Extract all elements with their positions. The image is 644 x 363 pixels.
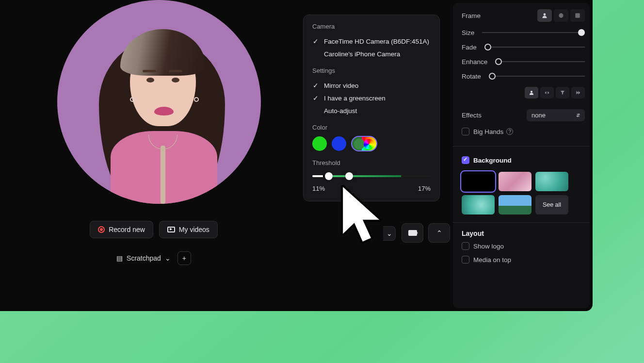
camera-preview	[57, 0, 261, 204]
threshold-low-value: 11%	[312, 185, 325, 192]
big-hands-toggle[interactable]: Big Hands ?	[462, 125, 585, 138]
frame-shape-person[interactable]	[537, 9, 552, 22]
threshold-label: Threshold	[312, 159, 431, 166]
setting-label: I have a greenscreen	[324, 95, 386, 102]
setting-label: Mirror video	[324, 82, 358, 89]
size-label: Size	[462, 29, 474, 36]
enhance-label: Enhance	[462, 58, 487, 66]
dropdown-caret-button[interactable]: ⌄	[383, 226, 396, 241]
camera-options-button[interactable]: ⌃	[428, 223, 450, 243]
fade-slider[interactable]	[484, 43, 585, 51]
forward-button[interactable]	[571, 87, 585, 99]
app-window: Camera ✓ FaceTime HD Camera (B6DF:451A) …	[0, 0, 593, 311]
effects-select[interactable]: none ⇵	[527, 109, 585, 121]
see-all-label: See all	[543, 201, 561, 208]
camera-option-label: Caroline's iPhone Camera	[324, 50, 400, 58]
threshold-slider[interactable]	[312, 171, 431, 181]
background-option-teal[interactable]	[535, 172, 568, 191]
flip-person-button[interactable]	[525, 87, 538, 99]
background-option-sea[interactable]	[499, 195, 531, 214]
slider-thumb-high[interactable]	[345, 172, 353, 180]
fade-label: Fade	[462, 44, 477, 51]
add-tab-button[interactable]: +	[177, 251, 191, 265]
settings-header: Settings	[312, 67, 431, 74]
rotate-label: Rotate	[462, 73, 481, 80]
setting-greenscreen[interactable]: ✓ I have a greenscreen	[312, 92, 431, 104]
setting-label: Auto-adjust	[324, 107, 357, 115]
frame-shape-circle[interactable]	[554, 9, 568, 22]
background-label: Background	[473, 157, 512, 164]
camera-toggle-group: ⌃	[402, 223, 450, 243]
big-hands-label: Big Hands	[473, 128, 503, 135]
check-icon: ✓	[312, 82, 319, 89]
frame-label: Frame	[462, 12, 481, 19]
enhance-slider[interactable]	[495, 58, 585, 66]
frame-shape-square[interactable]	[570, 9, 585, 22]
my-videos-label: My videos	[179, 226, 209, 233]
slider-thumb-low[interactable]	[325, 172, 333, 180]
divider	[453, 146, 590, 147]
camera-header: Camera	[312, 23, 431, 30]
camera-option-label: FaceTime HD Camera (B6DF:451A)	[324, 38, 429, 45]
background-see-all-button[interactable]: See all	[535, 195, 568, 214]
effects-value: none	[531, 112, 546, 119]
color-green[interactable]	[312, 136, 327, 151]
setting-mirror-video[interactable]: ✓ Mirror video	[312, 79, 431, 92]
camera-settings-popup: Camera ✓ FaceTime HD Camera (B6DF:451A) …	[303, 15, 440, 201]
show-logo-toggle[interactable]: Show logo	[462, 239, 585, 253]
effects-label: Effects	[462, 112, 482, 119]
scratchpad-tab[interactable]: ▤ Scratchpad ⌄	[116, 254, 171, 262]
checkbox-icon	[462, 242, 469, 250]
frame-shape-segmented	[537, 9, 585, 22]
my-videos-button[interactable]: My videos	[159, 221, 218, 238]
record-label: Record new	[109, 226, 145, 233]
filter-button[interactable]	[556, 87, 569, 99]
transform-buttons	[525, 87, 585, 99]
color-label: Color	[312, 124, 431, 131]
color-picker-toggle[interactable]	[351, 136, 377, 151]
divider	[453, 222, 590, 223]
rotate-slider[interactable]	[489, 72, 585, 80]
setting-auto-adjust[interactable]: ✓ Auto-adjust	[312, 104, 431, 117]
color-swatches	[312, 136, 431, 151]
layout-header: Layout	[462, 230, 585, 237]
library-icon	[167, 227, 175, 232]
background-thumbnails: See all	[462, 172, 585, 214]
notes-icon: ▤	[116, 254, 123, 262]
camera-toggle-button[interactable]	[402, 223, 423, 243]
main-area: Camera ✓ FaceTime HD Camera (B6DF:451A) …	[0, 0, 453, 311]
size-slider[interactable]	[482, 29, 585, 36]
chevron-down-icon: ⌄	[165, 254, 171, 262]
background-option-black[interactable]	[462, 172, 495, 191]
camera-option-iphone[interactable]: ✓ Caroline's iPhone Camera	[312, 48, 431, 60]
camera-option-facetime[interactable]: ✓ FaceTime HD Camera (B6DF:451A)	[312, 35, 431, 48]
presenter-avatar	[57, 0, 261, 204]
checkbox-icon	[462, 156, 469, 164]
bottom-toolbar: Record new My videos	[0, 221, 307, 238]
check-icon: ✓	[312, 37, 319, 45]
threshold-high-value: 17%	[418, 185, 431, 192]
help-icon[interactable]: ?	[506, 128, 513, 135]
color-blue[interactable]	[332, 136, 346, 151]
checkbox-icon	[462, 128, 469, 135]
show-logo-label: Show logo	[473, 243, 504, 250]
properties-sidebar: Frame Size Fade Enhance Rotate	[453, 3, 590, 308]
check-icon: ✓	[312, 94, 319, 102]
flip-horizontal-button[interactable]	[540, 87, 554, 99]
select-caret-icon: ⇵	[576, 113, 580, 118]
background-toggle[interactable]: Background	[462, 153, 585, 167]
background-option-teal2[interactable]	[462, 195, 495, 214]
background-option-pink[interactable]	[499, 172, 531, 191]
svg-point-0	[559, 13, 563, 17]
media-on-top-toggle[interactable]: Media on top	[462, 253, 585, 266]
tabs-row: ▤ Scratchpad ⌄ +	[0, 251, 307, 265]
checkbox-icon	[462, 256, 469, 264]
media-on-top-label: Media on top	[473, 256, 511, 264]
record-new-button[interactable]: Record new	[90, 221, 153, 238]
record-icon	[98, 226, 105, 233]
scratchpad-label: Scratchpad	[127, 254, 161, 262]
svg-rect-1	[575, 13, 580, 17]
camera-icon	[408, 230, 417, 236]
